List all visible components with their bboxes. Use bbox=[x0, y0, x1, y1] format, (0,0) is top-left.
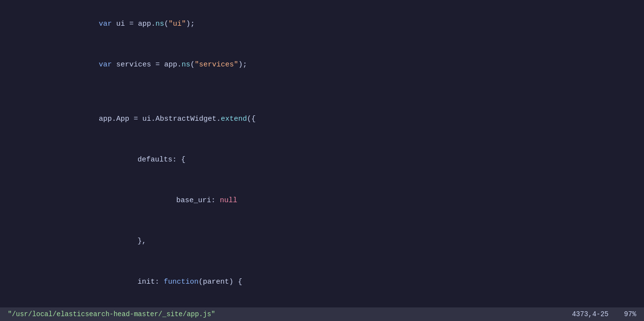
code-line: defaults: { bbox=[0, 140, 644, 180]
status-percentage: 97% bbox=[624, 310, 636, 318]
code-line: }, bbox=[0, 221, 644, 262]
code-line bbox=[0, 85, 644, 99]
code-line: app.App = ui.AbstractWidget.extend({ bbox=[0, 99, 644, 140]
line-content: base_uri: null bbox=[0, 180, 638, 221]
line-content: }, bbox=[0, 221, 638, 262]
line-content: this._super(); bbox=[0, 303, 638, 307]
status-filepath: "/usr/local/elasticsearch-head-master/_s… bbox=[8, 310, 215, 318]
editor: var ui = app.ns("ui"); var services = ap… bbox=[0, 0, 644, 321]
code-line: var services = app.ns("services"); bbox=[0, 45, 644, 85]
status-right: 4373,4-25 97% bbox=[572, 310, 636, 318]
code-line: var ui = app.ns("ui"); bbox=[0, 4, 644, 45]
line-content: init: function(parent) { bbox=[0, 262, 638, 303]
code-line: this._super(); bbox=[0, 303, 644, 307]
code-line: base_uri: null bbox=[0, 180, 644, 221]
line-content: var ui = app.ns("ui"); bbox=[0, 4, 638, 45]
status-bar: "/usr/local/elasticsearch-head-master/_s… bbox=[0, 307, 644, 321]
code-area[interactable]: var ui = app.ns("ui"); var services = ap… bbox=[0, 0, 644, 307]
line-content: var services = app.ns("services"); bbox=[0, 45, 638, 85]
line-content bbox=[0, 85, 638, 99]
line-content: defaults: { bbox=[0, 140, 638, 180]
status-position: 4373,4-25 bbox=[572, 310, 609, 318]
line-content: app.App = ui.AbstractWidget.extend({ bbox=[0, 99, 638, 140]
code-line: init: function(parent) { bbox=[0, 262, 644, 303]
